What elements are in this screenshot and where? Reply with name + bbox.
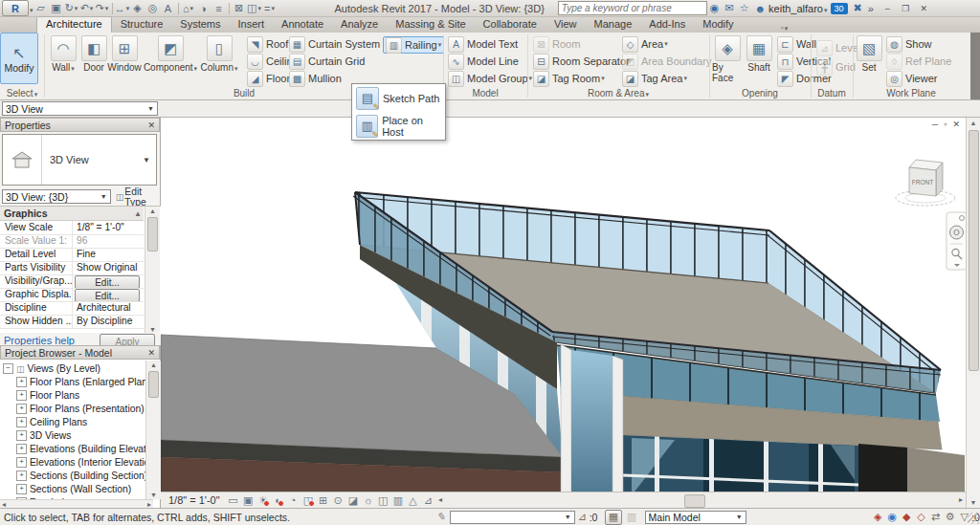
tab-analyze[interactable]: Analyze [332, 17, 387, 33]
select-pinned-toggle[interactable]: ◆ [900, 511, 914, 524]
shaft-button[interactable]: ▦ Shaft [745, 35, 773, 73]
properties-header[interactable]: Properties ✕ [0, 118, 160, 132]
search-icon[interactable]: ◉ [710, 2, 720, 14]
detail-level-icon[interactable]: ▭ [226, 493, 241, 508]
qat-customize-icon[interactable]: = [262, 1, 278, 15]
tree-item-floor-plans[interactable]: Floor Plans [16, 389, 79, 402]
close-icon[interactable]: ✕ [147, 120, 155, 130]
panel-label-room-area[interactable]: Room & Area [528, 88, 708, 99]
scroll-up-icon[interactable]: ▲ [146, 361, 161, 368]
aligned-dimension-icon[interactable]: ◈ [130, 1, 145, 15]
component-button[interactable]: ◩ Component [144, 35, 197, 73]
rendering-dialog-icon[interactable]: ◔ [285, 493, 301, 508]
visibility-edit-button[interactable]: Edit... [75, 275, 140, 288]
view-minimize-button[interactable]: ─ [932, 120, 938, 129]
view-selector-combobox[interactable]: 3D View ▼ [2, 101, 158, 116]
drag-on-selection-toggle[interactable]: ⇄ [928, 511, 943, 524]
model-line-button[interactable]: ∿ Model Line [446, 54, 521, 69]
corner-glazing[interactable] [571, 350, 612, 492]
collapse-icon[interactable]: ▴ [136, 209, 140, 218]
tab-manage[interactable]: Manage [586, 17, 641, 33]
user-menu-arrow-icon[interactable] [823, 3, 828, 14]
tree-item-floor-plans-enlarged[interactable]: Floor Plans (Enlarged Plans) [16, 376, 156, 388]
sun-path-icon[interactable]: ☀ [256, 493, 271, 508]
temporary-view-properties-icon[interactable]: ▥ [390, 493, 406, 508]
crop-view-icon[interactable]: ◳ [301, 493, 316, 508]
canvas-vscrollbar[interactable]: ▲ ▼ [966, 118, 980, 508]
tab-modify[interactable]: Modify [694, 17, 742, 33]
modify-button[interactable]: ↖ Modify [0, 33, 38, 84]
subscription-badge[interactable]: 30 [831, 3, 848, 14]
3d-model-view[interactable]: FRONT [161, 118, 966, 492]
scroll-left-icon[interactable]: ◂ [438, 495, 442, 504]
tab-architecture[interactable]: Architecture [36, 16, 112, 33]
edit-type-button[interactable]: Edit Type [124, 186, 161, 208]
panel-label-model[interactable]: Model [444, 88, 526, 99]
tree-item-floor-plans-presentation[interactable]: Floor Plans (Presentation) [16, 403, 145, 415]
scrollbar-thumb[interactable] [969, 130, 979, 371]
steering-wheel-icon[interactable] [950, 226, 964, 239]
opening-by-face-button[interactable]: ◈ By Face [712, 35, 743, 83]
reveal-constraints-icon[interactable]: ⊿ [420, 493, 435, 508]
tab-systems[interactable]: Systems [171, 17, 229, 33]
viewer-button[interactable]: ◎ Viewer [884, 71, 939, 86]
column-button[interactable]: ▯ Column [199, 35, 239, 73]
tab-add-ins[interactable]: Add-Ins [640, 17, 694, 33]
scroll-down-icon[interactable]: ▼ [146, 492, 161, 498]
username[interactable]: keith_alfaro [768, 3, 823, 14]
save-icon[interactable]: ▣ [49, 1, 64, 15]
worksets-dialog-button[interactable]: ▦ [605, 510, 621, 525]
text-icon[interactable]: A [161, 1, 176, 15]
scrollbar-thumb[interactable] [148, 371, 159, 398]
panel-label-select[interactable]: Select [0, 88, 44, 99]
tag-area-button[interactable]: ◪ Tag Area [620, 71, 689, 86]
model-group-button[interactable]: ◫ Model Group [446, 71, 534, 86]
switch-windows-icon[interactable]: ◫ [247, 1, 262, 15]
application-menu-button[interactable]: R [2, 0, 29, 16]
wall-button[interactable]: ◠ Wall [48, 35, 78, 73]
return-wall[interactable] [907, 448, 965, 492]
measure-icon[interactable]: ↔ [115, 1, 130, 15]
tree-item-sections-wall[interactable]: Sections (Wall Section) [16, 483, 131, 495]
tag-by-category-icon[interactable]: ◎ [145, 1, 161, 15]
worksharing-display-icon[interactable]: ◫ [375, 493, 390, 508]
tree-item-elevations-interior[interactable]: Elevations (Interior Elevation) [16, 456, 159, 469]
collapse-toggle-icon[interactable] [3, 363, 13, 374]
scrollbar-thumb[interactable] [147, 217, 158, 252]
expand-toggle-icon[interactable] [16, 444, 27, 454]
window-button[interactable]: ⊞ Window [107, 35, 142, 73]
show-analytical-model-icon[interactable]: △ [406, 493, 421, 508]
graphic-display-edit-button[interactable]: Edit... [75, 289, 140, 301]
expand-toggle-icon[interactable] [16, 377, 27, 387]
tree-item-ceiling-plans[interactable]: Ceiling Plans [16, 416, 87, 428]
settings-toggle[interactable]: ⚙ [943, 511, 957, 524]
project-browser-header[interactable]: Project Browser - Model ✕ [0, 345, 160, 360]
sync-with-central-icon[interactable]: ↻ [64, 1, 79, 15]
editing-requests-count[interactable]: :0 [590, 512, 598, 523]
shadows-icon[interactable]: ◐ [271, 493, 286, 508]
menu-item-sketch-path[interactable]: ▤ Sketch Path [352, 84, 445, 112]
section-icon[interactable]: ◑ [196, 1, 212, 15]
canvas-hscrollbar[interactable]: ◂ ▸ [435, 492, 966, 508]
expand-toggle-icon[interactable] [16, 390, 27, 401]
drawing-area[interactable]: FRONT ─ ▫ ✕ 1/8" = 1'-0" ▭ ▣ ☀ [161, 118, 966, 508]
tab-massing-site[interactable]: Massing & Site [387, 17, 474, 33]
scroll-up-icon[interactable]: ▲ [145, 208, 160, 214]
panel-label-datum[interactable]: Datum [812, 88, 852, 99]
wall-opening-button[interactable]: ⊏ Wall [775, 36, 818, 52]
tab-structure[interactable]: Structure [112, 17, 172, 33]
minimize-button[interactable]: – [880, 2, 895, 14]
properties-scrollbar[interactable]: ▲ ▼ [145, 207, 160, 334]
property-value[interactable]: Show Original [73, 261, 144, 274]
exchange-apps-icon[interactable]: ✖ [854, 2, 862, 14]
select-links-toggle[interactable]: ◈ [871, 511, 885, 524]
tab-annotate[interactable]: Annotate [273, 17, 332, 33]
redo-icon[interactable]: ↷ [95, 1, 110, 15]
door-button[interactable]: ◧ Door [81, 35, 106, 73]
view-restore-button[interactable]: ▫ [944, 120, 947, 129]
mullion-button[interactable]: ▩ Mullion [287, 71, 344, 86]
tag-room-button[interactable]: ◪ Tag Room [531, 71, 607, 86]
resize-grip[interactable] [968, 513, 979, 524]
visual-style-icon[interactable]: ▣ [240, 493, 256, 508]
communication-center-icon[interactable]: ✉ [724, 2, 733, 14]
